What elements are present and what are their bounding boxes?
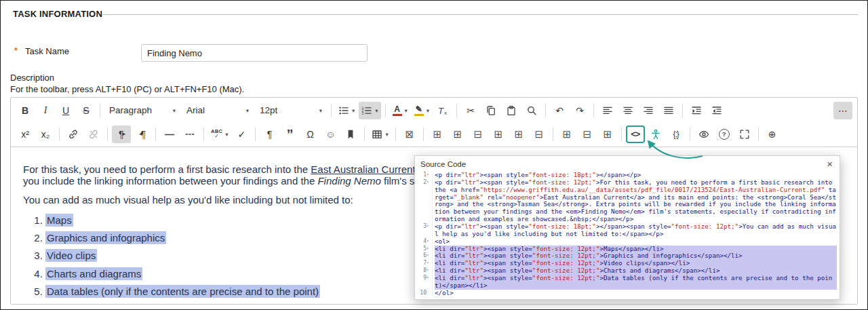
ltr-paragraph-button[interactable]: ¶▸ (112, 125, 131, 143)
line-number: 4▾ (416, 238, 433, 246)
line-number: 5▾ (416, 246, 433, 253)
copy-button[interactable] (481, 102, 500, 119)
accessibility-checker-button[interactable] (646, 125, 665, 143)
indent-button[interactable] (687, 102, 706, 119)
toolbar-row-2: x²x₂¶▸◂¶—ABC✓▾✓¶”Ω☺▾⊠⊞⊞⊟⊞⊞⊟⊞⊟⊞<>{;}?⊕ (14, 122, 854, 146)
merge-cells-button[interactable]: ⊞ (557, 125, 576, 143)
bold-button[interactable]: B (16, 102, 35, 119)
close-icon[interactable]: × (825, 159, 834, 169)
cut-button[interactable]: ✂ (461, 102, 480, 119)
code-sample-button[interactable]: {;} (667, 125, 686, 143)
source-code-button[interactable]: <> (626, 125, 645, 143)
selected-text: Video clips (45, 249, 97, 262)
fold-marker-icon: ▾ (427, 179, 431, 184)
spellcheck-button[interactable]: ABC✓▾ (208, 125, 231, 143)
paste-button[interactable] (502, 102, 521, 119)
toolbar-separator (758, 128, 759, 141)
code-text: </ol> (435, 290, 837, 297)
fold-marker-icon: ▾ (427, 223, 431, 228)
undo-button[interactable]: ↶ (550, 102, 569, 119)
spellcheck-toggle-button[interactable]: ✓ (232, 125, 251, 143)
fold-marker-icon: ▾ (427, 238, 431, 243)
more-toolbar-button[interactable]: ⋯ (833, 102, 852, 119)
italic-button[interactable]: I (36, 102, 55, 119)
delete-table-button[interactable]: ⊠ (400, 125, 419, 143)
insert-column-before-button[interactable]: ⊞ (489, 125, 508, 143)
preview-button[interactable] (694, 125, 713, 143)
task-name-input[interactable] (141, 44, 368, 62)
fullscreen-button[interactable] (735, 125, 754, 143)
align-center-button[interactable] (618, 102, 637, 119)
code-text: <li dir="ltr"><span style="font-size: 12… (435, 275, 837, 290)
clear-formatting-button[interactable]: Tx (433, 102, 452, 119)
split-cell-button[interactable]: ⊟ (578, 125, 597, 143)
subscript-button[interactable]: x₂ (36, 125, 55, 143)
page-break-icon (184, 129, 195, 140)
anchor-icon (345, 129, 356, 140)
cell-properties-button[interactable]: ⊞ (598, 125, 617, 143)
find-replace-button[interactable] (522, 102, 541, 119)
font-family-button[interactable]: Arial▾ (182, 102, 254, 119)
chevron-down-icon: ▾ (375, 107, 378, 114)
rtl-paragraph-icon: ◂¶ (139, 130, 144, 139)
delete-column-button[interactable]: ⊟ (530, 125, 549, 143)
anchor-button[interactable] (341, 125, 360, 143)
superscript-button[interactable]: x² (16, 125, 35, 143)
insert-row-above-button[interactable]: ⊞ (428, 125, 447, 143)
strikethrough-button[interactable]: S (77, 102, 96, 119)
show-invisible-characters-button[interactable]: ¶ (260, 125, 279, 143)
rtl-paragraph-button[interactable]: ◂¶ (132, 125, 151, 143)
special-character-button[interactable]: Ω (300, 125, 319, 143)
toolbar-separator (255, 128, 256, 141)
source-code-dialog-header: Source Code × (415, 156, 840, 170)
east-australian-current-link[interactable]: East Australian Current (311, 163, 415, 175)
redo-label: ↷ (576, 106, 584, 115)
underline-button[interactable]: U (56, 102, 75, 119)
toolbar-separator (621, 128, 622, 141)
fold-marker-icon: ▾ (427, 267, 431, 272)
fold-marker-icon: ▾ (427, 246, 431, 250)
emoticons-button[interactable]: ☺ (321, 125, 340, 143)
paragraph-text: Finding Nemo (317, 175, 380, 187)
redo-button[interactable]: ↷ (570, 102, 589, 119)
italic-label: I (44, 106, 47, 115)
toolbar-separator (364, 128, 365, 141)
toolbar-separator (385, 104, 386, 117)
font-size-button[interactable]: 12pt▾ (255, 102, 327, 119)
block-format-button[interactable]: Paragraph▾ (104, 102, 180, 119)
align-left-button[interactable] (598, 102, 617, 119)
remove-link-icon (88, 129, 99, 140)
remove-link-button[interactable] (84, 125, 103, 143)
toolbar-separator (682, 104, 683, 117)
highlight-color-button[interactable]: ✎▾ (412, 102, 432, 119)
delete-row-button[interactable]: ⊟ (469, 125, 488, 143)
text-color-button[interactable]: A▾ (390, 102, 410, 119)
source-code-body[interactable]: 1▾<p dir="ltr"><span style="font-size: 1… (415, 170, 840, 299)
insert-row-below-button[interactable]: ⊞ (448, 125, 467, 143)
insert-link-button[interactable] (64, 125, 83, 143)
outdent-button[interactable] (707, 102, 726, 119)
numbered-list-button[interactable]: 123▾ (359, 102, 380, 119)
justify-button[interactable] (659, 102, 678, 119)
fold-marker-icon: ▾ (427, 172, 431, 176)
toolbar-separator (423, 128, 424, 141)
horizontal-rule-button[interactable]: — (160, 125, 179, 143)
line-number: 3▾ (416, 223, 433, 238)
help-button[interactable]: ? (715, 125, 734, 143)
selected-text: Maps (45, 214, 73, 227)
code-sample-label: {;} (673, 130, 679, 138)
find-replace-icon (526, 105, 537, 116)
blockquote-button[interactable]: ” (280, 125, 299, 143)
insert-column-after-button[interactable]: ⊞ (509, 125, 528, 143)
task-information-page: TASK INFORMATION * Task Name Description… (0, 0, 868, 310)
svg-text:T: T (438, 105, 444, 115)
bullet-list-icon (338, 105, 349, 116)
page-break-button[interactable] (180, 125, 199, 143)
insert-button[interactable]: ⊕ (763, 125, 782, 143)
bullet-list-button[interactable]: ▾ (336, 102, 357, 119)
table-button[interactable]: ▾ (369, 125, 391, 143)
toolbar-separator (545, 104, 546, 117)
toolbar-hint: For the toolbar, press ALT+F10 (PC) or A… (10, 84, 244, 94)
toolbar-separator (690, 128, 690, 141)
align-right-button[interactable] (639, 102, 658, 119)
